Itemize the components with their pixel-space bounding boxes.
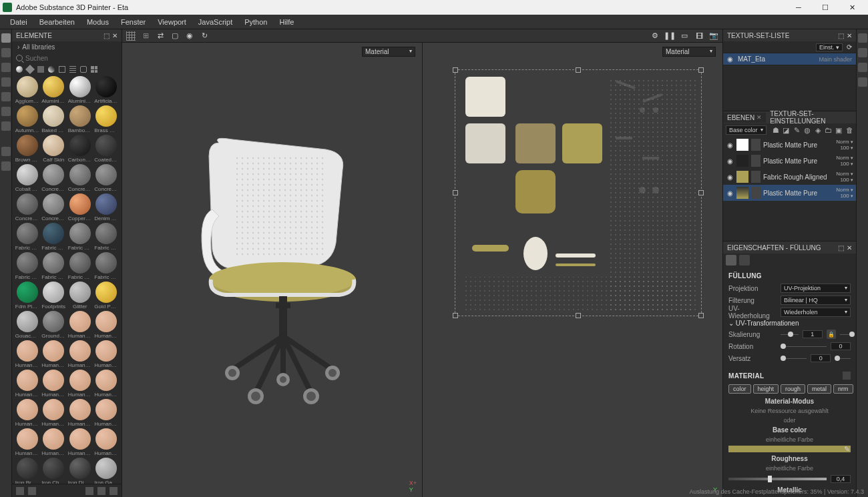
- material-item[interactable]: Glitter: [67, 282, 93, 310]
- vp-3d-channel-dropdown[interactable]: Material: [362, 47, 415, 57]
- chan-metal[interactable]: metal: [807, 384, 831, 394]
- material-item[interactable]: Human Bu...: [15, 340, 40, 368]
- material-item[interactable]: Cobalt Pure: [15, 164, 40, 192]
- eye-icon[interactable]: ◉: [726, 141, 734, 149]
- material-item[interactable]: Brown Oak: [15, 135, 40, 163]
- layer-fill-icon[interactable]: ◍: [803, 126, 811, 135]
- props-close-icon[interactable]: ✕: [847, 244, 852, 252]
- rtool-shelf-icon[interactable]: [858, 33, 867, 43]
- chan-nrm[interactable]: nrm: [833, 384, 853, 394]
- material-item[interactable]: Concrete B...: [41, 164, 67, 192]
- vp-settings-icon[interactable]: ⚙: [650, 31, 660, 41]
- material-item[interactable]: Fabric Suit ...: [94, 252, 120, 280]
- layer-blendmode[interactable]: Norm ▾: [831, 139, 853, 145]
- viewport-2d[interactable]: Material: [423, 43, 722, 497]
- material-item[interactable]: Fabric Sof...: [67, 252, 93, 280]
- layer-addfill-icon[interactable]: ▣: [835, 126, 843, 135]
- tab-layers[interactable]: EBENEN✕: [723, 113, 766, 123]
- filter-texture-icon[interactable]: [80, 66, 87, 73]
- layer-effect-icon[interactable]: ☗: [772, 126, 780, 135]
- layer-blendmode[interactable]: Norm ▾: [831, 155, 853, 161]
- rtool-display-icon[interactable]: [858, 77, 867, 87]
- menu-javascript[interactable]: JavaScript: [192, 16, 238, 28]
- eye-icon[interactable]: ◉: [726, 173, 734, 181]
- lock-icon[interactable]: 🔒: [827, 330, 836, 339]
- material-item[interactable]: Human Fo...: [67, 370, 93, 398]
- filter-filter-icon[interactable]: [48, 66, 55, 73]
- vp-symmetry-icon[interactable]: ⇄: [156, 31, 165, 41]
- material-item[interactable]: Human Ba...: [94, 311, 120, 339]
- layer-row[interactable]: ◉ Plastic Matte Pure Norm ▾ 100 ▾: [723, 137, 856, 153]
- material-item[interactable]: Human Ch...: [41, 340, 67, 368]
- menu-modus[interactable]: Modus: [81, 16, 115, 28]
- filtering-dropdown[interactable]: Bilinear | HQ: [781, 296, 851, 305]
- rotation-value[interactable]: 0: [831, 342, 851, 350]
- menu-python[interactable]: Python: [238, 16, 273, 28]
- material-item[interactable]: Artificial Le...: [94, 76, 120, 104]
- eye-icon[interactable]: ◉: [727, 55, 735, 63]
- layer-smartmat-icon[interactable]: ◈: [814, 126, 822, 135]
- uv-view[interactable]: [455, 69, 702, 316]
- layer-opacity[interactable]: 100 ▾: [840, 193, 853, 199]
- material-item[interactable]: Baked Lig...: [41, 105, 67, 133]
- library-selector[interactable]: All libraries: [12, 41, 122, 52]
- roughness-slider[interactable]: [728, 478, 827, 480]
- offset-value[interactable]: 0: [811, 354, 831, 362]
- uv-handle-ml[interactable]: [453, 190, 458, 195]
- eye-icon[interactable]: ◉: [726, 189, 734, 197]
- material-item[interactable]: Gold Pure: [94, 282, 120, 310]
- material-item[interactable]: Human Fo...: [94, 370, 120, 398]
- material-menu-icon[interactable]: [843, 372, 851, 380]
- vp-refresh-icon[interactable]: ↻: [200, 31, 209, 41]
- assets-home-icon[interactable]: [16, 487, 24, 495]
- uv-handle-tr[interactable]: [698, 67, 704, 73]
- tool-eraser-icon[interactable]: [1, 48, 11, 57]
- material-item[interactable]: Concrete ...: [15, 193, 40, 221]
- menu-fenster[interactable]: Fenster: [115, 16, 152, 28]
- tool-clone-icon[interactable]: [1, 107, 11, 116]
- material-item[interactable]: Human Ne...: [67, 399, 93, 427]
- material-item[interactable]: Iron Brush...: [15, 458, 40, 484]
- rtool-history-icon[interactable]: [858, 48, 867, 57]
- material-item[interactable]: Agglomera...: [15, 76, 40, 104]
- filter-alpha-icon[interactable]: [69, 66, 76, 73]
- layer-opacity[interactable]: 100 ▾: [840, 161, 853, 167]
- material-item[interactable]: Fabric Bas...: [41, 223, 67, 251]
- minimize-button[interactable]: ─: [785, 0, 812, 15]
- layer-opacity[interactable]: 100 ▾: [840, 145, 853, 151]
- material-item[interactable]: Fabric Den...: [67, 223, 93, 251]
- tool-fill-icon[interactable]: [1, 77, 11, 87]
- vp-grid2-icon[interactable]: [141, 31, 150, 41]
- material-item[interactable]: Human Ne...: [41, 399, 67, 427]
- chan-height[interactable]: height: [753, 384, 779, 394]
- layer-row[interactable]: ◉ Fabric Rough Aligned Norm ▾ 100 ▾: [723, 169, 856, 185]
- vp-film-icon[interactable]: 🎞: [694, 31, 704, 41]
- uv-handle-tl[interactable]: [453, 67, 458, 73]
- material-item[interactable]: Copper Pure: [67, 193, 93, 221]
- close-button[interactable]: ✕: [839, 0, 865, 15]
- material-item[interactable]: Human Fa...: [94, 340, 120, 368]
- material-item[interactable]: Human Sh...: [41, 428, 67, 456]
- material-item[interactable]: Concrete ...: [67, 164, 93, 192]
- material-item[interactable]: Aluminium...: [41, 76, 67, 104]
- scale-value[interactable]: 1: [803, 330, 823, 338]
- material-item[interactable]: Human Le...: [15, 399, 40, 427]
- filter-brush-icon[interactable]: [59, 66, 65, 73]
- material-item[interactable]: Concrete ...: [94, 164, 120, 192]
- material-item[interactable]: Fabric Rou...: [41, 252, 67, 280]
- tset-settings-dropdown[interactable]: Einst. ▾: [816, 43, 843, 51]
- filter-smart-mask-icon[interactable]: [37, 66, 44, 73]
- tset-reload-icon[interactable]: ⟳: [847, 43, 852, 51]
- roughness-value[interactable]: 0,4: [831, 475, 851, 483]
- rotation-slider[interactable]: [781, 346, 827, 347]
- tab-texture-set-settings[interactable]: TEXTUR-SET-EINSTELLUNGEN: [766, 109, 856, 126]
- menu-datei[interactable]: Datei: [4, 16, 33, 28]
- material-item[interactable]: Iron Galva...: [94, 458, 120, 484]
- menu-viewport[interactable]: Viewport: [152, 16, 192, 28]
- vp-2d-channel-dropdown[interactable]: Material: [662, 47, 716, 57]
- tset-close-icon[interactable]: ✕: [847, 32, 852, 39]
- offset-slider-x[interactable]: [781, 358, 807, 359]
- layer-brush-icon[interactable]: ✎: [793, 126, 801, 135]
- menu-hilfe[interactable]: Hilfe: [273, 16, 300, 28]
- tool-geometry-icon[interactable]: [1, 161, 11, 171]
